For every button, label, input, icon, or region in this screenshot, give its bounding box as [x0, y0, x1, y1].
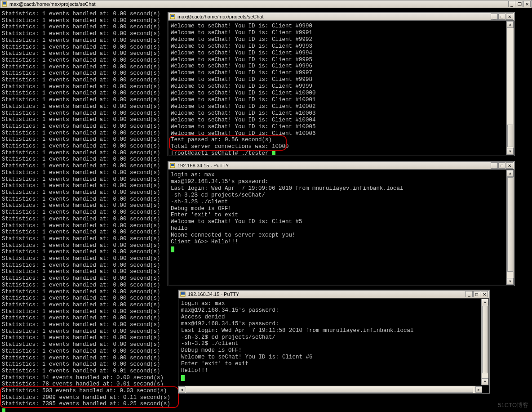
sub1-terminal-lines: Welcome to seChat! You ID is: Client #99… — [171, 23, 505, 155]
root-window-controls: _ ❐ ✕ — [508, 1, 531, 7]
scroll-down-button[interactable]: ▼ — [507, 148, 514, 155]
stat-line: Statistics: 1 events handled at: 0.00 se… — [2, 70, 170, 77]
sub3-title: 192.168.34.15 - PuTTY — [188, 291, 465, 297]
welcome-line: Welcome to seChat! You ID is: Client #10… — [171, 117, 505, 124]
welcome-line: Welcome to seChat! You ID is: Client #99… — [171, 63, 505, 70]
scrollbar-vertical[interactable]: ▲ ▼ — [506, 21, 514, 155]
welcome-line: Welcome to seChat! You ID is: Client #10… — [171, 97, 505, 103]
maximize-button[interactable]: □ — [498, 13, 505, 20]
scroll-up-button[interactable]: ▲ — [507, 170, 514, 177]
term-line: Last login: Wed Apr 7 19:09:06 2010 from… — [171, 185, 505, 192]
stat-line: Statistics: 1 events handled at: 0.00 se… — [2, 50, 170, 57]
scrollbar-vertical[interactable]: ▲ ▼ — [481, 299, 488, 385]
stat-line: Statistics: 1 events handled at: 0.00 se… — [2, 328, 170, 335]
sub2-title: 192.168.34.15 - PuTTY — [177, 163, 490, 168]
svg-rect-1 — [3, 2, 6, 4]
stat-line: Statistics: 1 events handled at: 0.00 se… — [2, 170, 170, 176]
welcome-line: Welcome to seChat! You ID is: Client #10… — [171, 103, 505, 110]
scroll-down-button[interactable]: ▼ — [482, 378, 488, 385]
close-button[interactable]: ✕ — [523, 1, 531, 7]
scroll-left-button[interactable]: ◀ — [178, 386, 185, 393]
svg-rect-5 — [171, 164, 174, 166]
welcome-line: Welcome to seChat! You ID is: Client #99… — [171, 23, 505, 30]
prompt-line: [root@cacti seChat]# ./tester — [171, 150, 505, 155]
stat-line: Statistics: 1 events handled at: 0.00 se… — [2, 123, 170, 130]
welcome-line: Welcome to seChat! You ID is: Client #99… — [171, 36, 505, 43]
scroll-down-button[interactable]: ▼ — [507, 278, 514, 285]
root-window: max@cacti:/home/max/projects/seChat _ ❐ … — [0, 0, 532, 412]
term-line: Client #6>> Hello!!! — [171, 239, 505, 246]
welcome-line: Welcome to seChat! You ID is: Client #10… — [171, 90, 505, 97]
sub1-title: max@cacti:/home/max/projects/seChat — [177, 14, 490, 19]
stat-line: Statistics: 1 events handled at: 0.00 se… — [2, 18, 170, 24]
stat-line: Statistics: 1 events handled at: 0.00 se… — [2, 37, 170, 44]
stat-line: Statistics: 1 events handled at: 0.00 se… — [2, 209, 170, 216]
term-line: -sh-3.2$ cd projects/seChat/ — [171, 192, 505, 199]
scroll-up-button[interactable]: ▲ — [482, 299, 488, 305]
term-line: -sh-3.2$ cd projects/seChat/ — [181, 334, 480, 341]
stat-line: Statistics: 1 events handled at: 0.00 se… — [2, 249, 170, 255]
stat-line: Statistics: 14 events handled at: 0.00 s… — [2, 375, 170, 381]
maximize-button[interactable]: ❐ — [516, 1, 523, 7]
stat-line: Statistics: 1 events handled at: 0.00 se… — [2, 143, 170, 150]
cursor — [272, 151, 275, 155]
stat-line: Statistics: 1 events handled at: 0.00 se… — [2, 24, 170, 31]
welcome-line: Welcome to seChat! You ID is: Client #10… — [171, 110, 505, 117]
stat-line: Statistics: 1 events handled at: 0.00 se… — [2, 262, 170, 269]
cursor — [2, 408, 5, 412]
stat-line: Statistics: 1 events handled at: 0.00 se… — [2, 136, 170, 143]
root-terminal-lines: Statistics: 1 events handled at: 0.00 se… — [2, 11, 170, 412]
sub1-terminal[interactable]: Welcome to seChat! You ID is: Client #99… — [168, 21, 514, 155]
stat-line: Statistics: 1 events handled at: 0.00 se… — [2, 255, 170, 262]
sub1-titlebar[interactable]: max@cacti:/home/max/projects/seChat _ □ … — [168, 13, 514, 21]
root-titlebar[interactable]: max@cacti:/home/max/projects/seChat _ ❐ … — [0, 0, 532, 8]
sub2-terminal[interactable]: login as: maxmax@192.168.34.15's passwor… — [168, 170, 514, 285]
term-line: Noone connected to server except you! — [171, 232, 505, 239]
term-line: -sh-3.2$ ./client — [181, 340, 480, 347]
welcome-line: Welcome to seChat! You ID is: Client #99… — [171, 50, 505, 57]
sub3-titlebar[interactable]: 192.168.34.15 - PuTTY _ □ ✕ — [178, 290, 489, 298]
welcome-line: Welcome to seChat! You ID is: Client #99… — [171, 83, 505, 90]
sub2-titlebar[interactable]: 192.168.34.15 - PuTTY _ □ ✕ — [168, 161, 514, 170]
sub-window-tester[interactable]: max@cacti:/home/max/projects/seChat _ □ … — [168, 12, 515, 156]
term-line: Enter 'exit' to exit — [181, 361, 480, 367]
sub3-terminal[interactable]: login as: maxmax@192.168.34.15's passwor… — [179, 298, 489, 385]
scroll-thumb[interactable] — [482, 306, 488, 373]
stat-line: Statistics: 1 events handled at: 0.00 se… — [2, 11, 170, 18]
minimize-button[interactable]: _ — [466, 291, 473, 297]
stat-line: Statistics: 1 events handled at: 0.00 se… — [2, 229, 170, 236]
close-button[interactable]: ✕ — [506, 162, 513, 169]
scroll-thumb[interactable] — [507, 177, 513, 272]
scrollbar-horizontal[interactable]: ◀ ▶ — [178, 386, 482, 393]
stat-line: Statistics: 1 events handled at: 0.00 se… — [2, 103, 170, 110]
stat-line: Statistics: 1 events handled at: 0.00 se… — [2, 341, 170, 348]
stat-line: Statistics: 1 events handled at: 0.00 se… — [2, 156, 170, 163]
scroll-up-button[interactable]: ▲ — [507, 21, 514, 28]
stat-line: Statistics: 1 events handled at: 0.00 se… — [2, 236, 170, 242]
sub-window-client5[interactable]: 192.168.34.15 - PuTTY _ □ ✕ login as: ma… — [168, 161, 515, 286]
close-button[interactable]: ✕ — [481, 291, 488, 297]
stat-line: Statistics: 1 events handled at: 0.00 se… — [2, 355, 170, 362]
maximize-button[interactable]: □ — [473, 291, 480, 297]
sub-window-client6[interactable]: 192.168.34.15 - PuTTY _ □ ✕ login as: ma… — [178, 290, 490, 394]
cursor — [181, 375, 185, 381]
close-button[interactable]: ✕ — [506, 13, 513, 20]
minimize-button[interactable]: _ — [508, 1, 515, 7]
minimize-button[interactable]: _ — [491, 13, 498, 20]
stat-line: Statistics: 1 events handled at: 0.00 se… — [2, 295, 170, 302]
stat-line: Statistics: 1 events handled at: 0.00 se… — [2, 315, 170, 322]
scrollbar-vertical[interactable]: ▲ ▼ — [506, 170, 514, 285]
scroll-right-button[interactable]: ▶ — [475, 386, 482, 393]
stat-line: Statistics: 1 events handled at: 0.00 se… — [2, 189, 170, 196]
scroll-thumb-h[interactable] — [186, 387, 473, 393]
stat-line: Statistics: 1 events handled at: 0.00 se… — [2, 289, 170, 296]
term-line: Last login: Wed Apr 7 19:11:58 2010 from… — [181, 327, 480, 334]
stat-line: Statistics: 1 events handled at: 0.00 se… — [2, 130, 170, 137]
minimize-button[interactable]: _ — [491, 162, 498, 169]
svg-rect-7 — [181, 292, 185, 295]
maximize-button[interactable]: □ — [498, 162, 505, 169]
stat-line: Statistics: 1 events handled at: 0.00 se… — [2, 302, 170, 309]
sub2-window-controls: _ □ ✕ — [490, 162, 513, 169]
stat-line: Statistics: 1 events handled at: 0.00 se… — [2, 44, 170, 51]
scroll-thumb[interactable] — [507, 125, 513, 147]
